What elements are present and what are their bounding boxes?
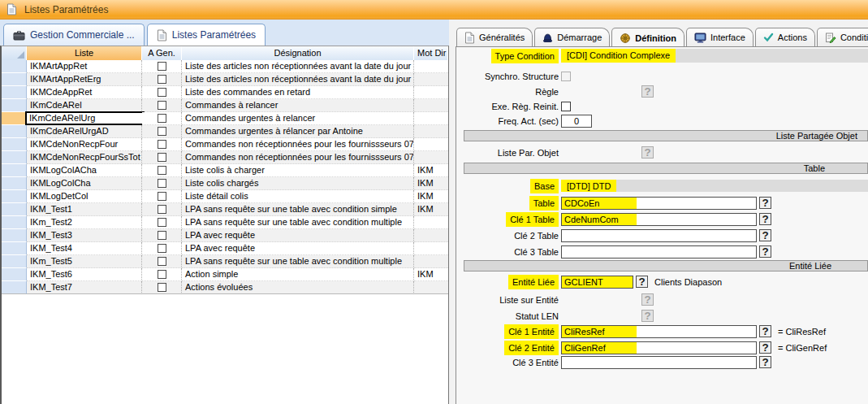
grid-row[interactable]: IKM_Test1LPA sans requête sur une table …	[2, 203, 448, 216]
row-selector-gutter[interactable]	[2, 190, 27, 203]
panel-tab-interface[interactable]: Interface	[686, 28, 754, 46]
designation-cell[interactable]: LPA sans requête sur une table avec cond…	[182, 216, 414, 229]
mot-dir-cell[interactable]	[414, 86, 448, 99]
row-selector-gutter[interactable]	[2, 125, 27, 138]
a-gen-checkbox[interactable]	[158, 270, 166, 279]
type-condition-field[interactable]: [CDI] Condition Complexe	[561, 49, 868, 63]
row-selector-gutter[interactable]	[2, 281, 27, 294]
liste-cell[interactable]: IKmCdeARel	[27, 99, 142, 112]
liste-cell[interactable]: IKMCdeNonRecpFour	[27, 138, 142, 151]
a-gen-checkbox[interactable]	[158, 244, 166, 253]
grid-row[interactable]: IKmCdeARelUrgCommandes urgentes à relanc…	[2, 112, 448, 125]
designation-cell[interactable]: Commandes non réceptionnées pour les fou…	[182, 138, 414, 151]
cle1-table-input[interactable]: CdeNumCom	[561, 213, 757, 226]
mot-dir-cell[interactable]: IKM	[414, 268, 448, 281]
liste-cell[interactable]: IKM_Test3	[27, 229, 142, 242]
designation-cell[interactable]: Liste des commandes en retard	[182, 86, 414, 99]
synchro-structure-checkbox[interactable]	[561, 72, 571, 81]
a-gen-checkbox[interactable]	[158, 101, 166, 110]
liste-cell[interactable]: IKMLogDetCol	[27, 190, 142, 203]
liste-cell[interactable]: IKM_Test6	[27, 268, 142, 281]
table-help-button[interactable]: ?	[759, 197, 771, 209]
cle2-entite-input[interactable]: CliGenRef	[561, 341, 757, 354]
liste-cell[interactable]: IKM_Test1	[27, 203, 142, 216]
cle3-entite-input[interactable]	[561, 356, 757, 369]
a-gen-checkbox[interactable]	[158, 283, 166, 292]
a-gen-checkbox[interactable]	[158, 75, 166, 84]
cle1-entite-input[interactable]: CliResRef	[561, 325, 757, 338]
grid-row[interactable]: IKMCdeAppRetListe des commandes en retar…	[2, 86, 448, 99]
a-gen-checkbox[interactable]	[158, 140, 166, 149]
liste-cell[interactable]: IKm_Test2	[27, 216, 142, 229]
panel-tab-d-finition[interactable]: Définition	[611, 28, 684, 46]
row-selector-gutter[interactable]	[2, 216, 27, 229]
mot-dir-cell[interactable]	[414, 138, 448, 151]
row-selector-gutter[interactable]	[2, 164, 27, 177]
mot-dir-cell[interactable]: IKM	[414, 203, 448, 216]
designation-cell[interactable]: Action simple	[182, 268, 414, 281]
designation-cell[interactable]: Actions évoluées	[182, 281, 414, 294]
grid-row[interactable]: IKMLogColAChaListe colis à chargerIKM	[2, 164, 448, 177]
cle2-entite-help-button[interactable]: ?	[759, 341, 771, 354]
regle-help-button[interactable]: ?	[641, 85, 654, 98]
entite-liee-input[interactable]: GCLIENT	[561, 276, 633, 289]
mot-dir-cell[interactable]	[414, 255, 448, 268]
cle3-table-input[interactable]	[561, 245, 757, 258]
liste-cell[interactable]: IKM_Test7	[27, 281, 142, 294]
table-input[interactable]: CDCoEn	[561, 197, 757, 210]
column-header-designation[interactable]: Désignation	[182, 46, 414, 60]
designation-cell[interactable]: Liste détail colis	[182, 190, 414, 203]
panel-tab-g-n-ralit-s[interactable]: Généralités	[456, 28, 533, 46]
mot-dir-cell[interactable]: IKM	[414, 164, 448, 177]
row-selector-gutter[interactable]	[2, 112, 27, 125]
grid-row[interactable]: IKm_Test2LPA sans requête sur une table …	[2, 216, 448, 229]
mot-dir-cell[interactable]	[414, 99, 448, 112]
a-gen-checkbox[interactable]	[158, 88, 166, 97]
row-selector-gutter[interactable]	[2, 60, 27, 73]
designation-cell[interactable]: LPA avec requête	[182, 229, 414, 242]
entite-liee-help-button[interactable]: ?	[636, 276, 648, 288]
designation-cell[interactable]: Liste colis à charger	[182, 164, 414, 177]
row-selector-gutter[interactable]	[2, 242, 27, 255]
grid-row[interactable]: IKM_Test7Actions évoluées	[2, 281, 448, 294]
mot-dir-cell[interactable]	[414, 151, 448, 164]
liste-cell[interactable]: IKmCdeARelUrgAD	[27, 125, 142, 138]
liste-cell[interactable]: IKmCdeARelUrg	[27, 112, 142, 125]
row-selector-gutter[interactable]	[2, 268, 27, 281]
grid-row[interactable]: IKmCdeARelUrgADCommandes urgentes à réla…	[2, 125, 448, 138]
row-selector-gutter[interactable]	[2, 229, 27, 242]
designation-cell[interactable]: LPA sans requête sur une table avec cond…	[182, 203, 414, 216]
panel-tab-actions[interactable]: Actions	[755, 28, 815, 46]
grid-row[interactable]: IKMArtAppRetErgListe des articles non ré…	[2, 73, 448, 86]
liste-cell[interactable]: IKMArtAppRetErg	[27, 73, 142, 86]
nav-tab-listes-parametrees[interactable]: Listes Paramétrées	[147, 24, 266, 46]
grid-row[interactable]: IKM_Test4LPA avec requête	[2, 242, 448, 255]
liste-cell[interactable]: IKMCdeAppRet	[27, 86, 142, 99]
grid-row[interactable]: IKM_Test6Action simpleIKM	[2, 268, 448, 281]
cle2-table-help-button[interactable]: ?	[759, 229, 771, 241]
cle1-table-help-button[interactable]: ?	[759, 213, 771, 225]
mot-dir-cell[interactable]	[414, 125, 448, 138]
liste-cell[interactable]: IKMLogColACha	[27, 164, 142, 177]
column-header-mot-dir[interactable]: Mot Dir	[414, 46, 448, 60]
grid-row[interactable]: IKMArtAppRetListe des articles non récep…	[2, 60, 448, 73]
grid-row[interactable]: IKmCdeARelCommandes à relancer	[2, 99, 448, 112]
designation-cell[interactable]: Commandes à relancer	[182, 99, 414, 112]
row-selector-gutter[interactable]	[2, 151, 27, 164]
liste-edit-cell[interactable]: IKmCdeARelUrg	[25, 111, 145, 125]
mot-dir-cell[interactable]	[414, 216, 448, 229]
a-gen-checkbox[interactable]	[158, 231, 166, 240]
designation-cell[interactable]: LPA sans requête sur une table avec cond…	[182, 255, 414, 268]
a-gen-checkbox[interactable]	[158, 62, 166, 71]
statut-len-help-button[interactable]: ?	[641, 310, 654, 322]
designation-cell[interactable]: Liste des articles non réceptionnées ava…	[182, 73, 414, 86]
grid-row[interactable]: IKMLogColChaListe colis chargésIKM	[2, 177, 448, 190]
cle1-entite-help-button[interactable]: ?	[759, 325, 771, 337]
mot-dir-cell[interactable]: IKM	[414, 177, 448, 190]
select-all-corner[interactable]	[2, 46, 27, 60]
row-selector-gutter[interactable]	[2, 73, 27, 86]
liste-cell[interactable]: IKMCdeNonRecpFourSsTot	[27, 151, 142, 164]
designation-cell[interactable]: Liste colis chargés	[182, 177, 414, 190]
column-header-a-gen[interactable]: A Gen.	[142, 46, 182, 60]
grid-row[interactable]: IKm_Test5LPA sans requête sur une table …	[2, 255, 448, 268]
